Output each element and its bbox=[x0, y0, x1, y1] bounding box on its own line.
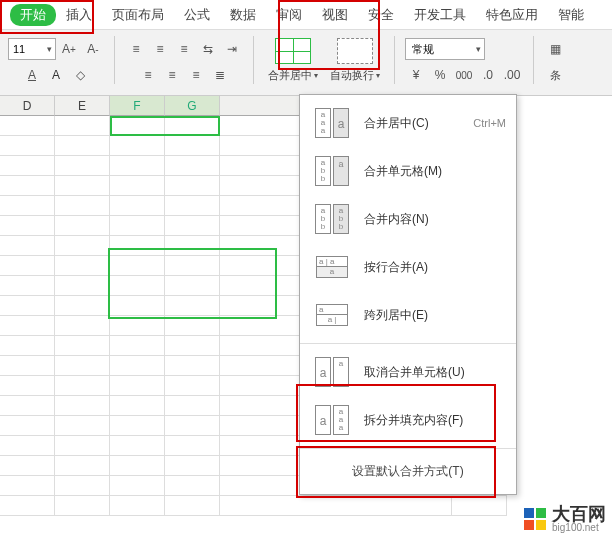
auto-wrap-button[interactable]: 自动换行 bbox=[326, 36, 384, 85]
merge-center-menu-icon: aaa a bbox=[310, 107, 354, 139]
tab-formula[interactable]: 公式 bbox=[174, 2, 220, 28]
tab-special[interactable]: 特色应用 bbox=[476, 2, 548, 28]
tab-smart[interactable]: 智能 bbox=[548, 2, 594, 28]
menu-unmerge[interactable]: a a 取消合并单元格(U) bbox=[300, 348, 516, 396]
justify-icon[interactable]: ≣ bbox=[209, 64, 231, 86]
align-right-icon[interactable]: ≡ bbox=[185, 64, 207, 86]
auto-wrap-icon bbox=[337, 38, 373, 64]
col-header-e[interactable]: E bbox=[55, 96, 110, 116]
unmerge-menu-icon: a a bbox=[310, 356, 354, 388]
menu-merge-center[interactable]: aaa a 合并居中(C) Ctrl+M bbox=[300, 99, 516, 147]
tab-security[interactable]: 安全 bbox=[358, 2, 404, 28]
fill-color-icon[interactable]: ◇ bbox=[69, 64, 91, 86]
tab-data[interactable]: 数据 bbox=[220, 2, 266, 28]
font-color-icon[interactable]: A bbox=[45, 64, 67, 86]
center-across-menu-icon: a a | bbox=[310, 299, 354, 331]
watermark-brand: 大百网 bbox=[552, 505, 606, 523]
number-format-select[interactable]: 常规 bbox=[405, 38, 485, 60]
cond-format-icon[interactable]: ▦ bbox=[544, 38, 566, 60]
tab-view[interactable]: 视图 bbox=[312, 2, 358, 28]
merge-center-label: 合并居中 bbox=[268, 68, 318, 83]
tab-dev[interactable]: 开发工具 bbox=[404, 2, 476, 28]
menu-center-across[interactable]: a a | 跨列居中(E) bbox=[300, 291, 516, 339]
indent-icon[interactable]: ⇥ bbox=[221, 38, 243, 60]
watermark-logo-icon bbox=[524, 508, 546, 530]
align-center-icon[interactable]: ≡ bbox=[161, 64, 183, 86]
font-bg-icon[interactable]: A bbox=[21, 64, 43, 86]
watermark: 大百网 big100.net bbox=[524, 505, 606, 533]
orientation-icon[interactable]: ⇆ bbox=[197, 38, 219, 60]
percent-icon[interactable]: % bbox=[429, 64, 451, 86]
auto-wrap-label: 自动换行 bbox=[330, 68, 380, 83]
align-middle-icon[interactable]: ≡ bbox=[149, 38, 171, 60]
merge-content-menu-icon: abb abb bbox=[310, 203, 354, 235]
menu-merge-cells[interactable]: abb a 合并单元格(M) bbox=[300, 147, 516, 195]
currency-icon[interactable]: ¥ bbox=[405, 64, 427, 86]
merge-center-button[interactable]: 合并居中 bbox=[264, 36, 322, 85]
font-size-select[interactable]: 11 bbox=[8, 38, 56, 60]
tab-review[interactable]: 审阅 bbox=[266, 2, 312, 28]
tab-start[interactable]: 开始 bbox=[10, 4, 56, 26]
tab-page-layout[interactable]: 页面布局 bbox=[102, 2, 174, 28]
align-top-icon[interactable]: ≡ bbox=[125, 38, 147, 60]
cond-format-label: 条 bbox=[550, 62, 561, 88]
decimal-dec-icon[interactable]: .00 bbox=[501, 64, 523, 86]
col-header-f[interactable]: F bbox=[110, 96, 165, 116]
merge-cells-menu-icon: abb a bbox=[310, 155, 354, 187]
ribbon-tabs: 开始 插入 页面布局 公式 数据 审阅 视图 安全 开发工具 特色应用 智能 bbox=[0, 0, 612, 30]
menu-merge-content[interactable]: abb abb 合并内容(N) bbox=[300, 195, 516, 243]
align-left-icon[interactable]: ≡ bbox=[137, 64, 159, 86]
menu-default-merge[interactable]: 设置默认合并方式(T) bbox=[300, 453, 516, 490]
align-bottom-icon[interactable]: ≡ bbox=[173, 38, 195, 60]
menu-merge-row[interactable]: a | a a 按行合并(A) bbox=[300, 243, 516, 291]
ribbon-toolbar: 11 A+ A- A A ◇ ≡ ≡ ≡ ⇆ ⇥ ≡ ≡ ≡ ≣ 合并居中 自 bbox=[0, 30, 612, 96]
col-header-g[interactable]: G bbox=[165, 96, 220, 116]
merge-row-menu-icon: a | a a bbox=[310, 251, 354, 283]
split-fill-menu-icon: a aaa bbox=[310, 404, 354, 436]
col-header-d[interactable]: D bbox=[0, 96, 55, 116]
thousand-icon[interactable]: 000 bbox=[453, 64, 475, 86]
merge-center-icon bbox=[275, 38, 311, 64]
tab-insert[interactable]: 插入 bbox=[56, 2, 102, 28]
decimal-inc-icon[interactable]: .0 bbox=[477, 64, 499, 86]
watermark-url: big100.net bbox=[552, 523, 606, 533]
font-shrink-icon[interactable]: A- bbox=[82, 38, 104, 60]
menu-split-fill[interactable]: a aaa 拆分并填充内容(F) bbox=[300, 396, 516, 444]
font-grow-icon[interactable]: A+ bbox=[58, 38, 80, 60]
merge-dropdown-menu: aaa a 合并居中(C) Ctrl+M abb a 合并单元格(M) abb … bbox=[299, 94, 517, 495]
